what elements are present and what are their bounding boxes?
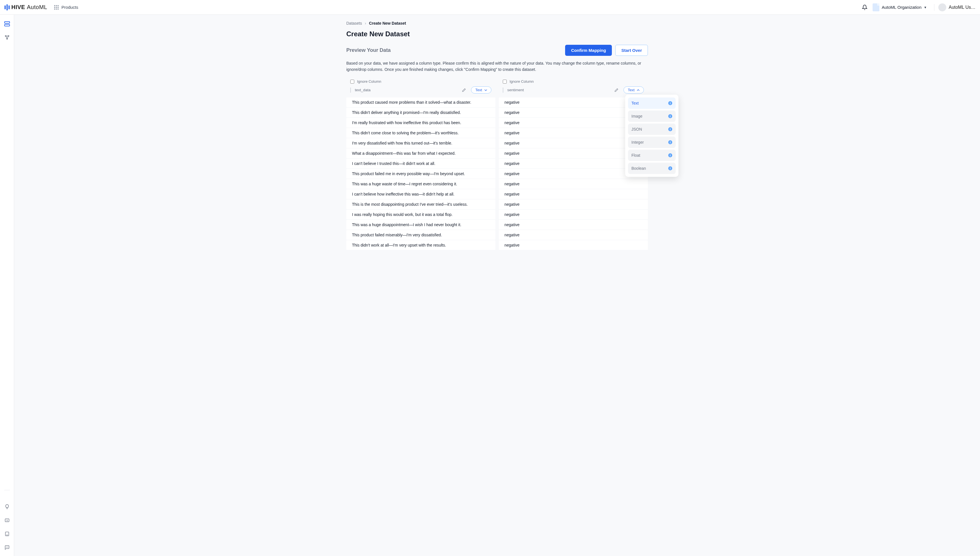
type-option-label: Image: [631, 114, 643, 118]
table-row: This was a huge waste of time—I regret e…: [346, 179, 648, 189]
cell-text-data: This didn't work at all—I'm very upset w…: [346, 240, 496, 250]
svg-point-4: [6, 38, 7, 39]
cell-sentiment: negative: [499, 179, 648, 189]
nav-feedback-icon[interactable]: [4, 545, 10, 550]
ignore-checkbox-input[interactable]: [503, 80, 507, 84]
page-title: Create New Dataset: [346, 30, 648, 38]
table-row: I can't believe I trusted this—it didn't…: [346, 159, 648, 168]
cell-text-data: I'm really frustrated with how ineffecti…: [346, 118, 496, 128]
cell-text-data: I can't believe I trusted this—it didn't…: [346, 159, 496, 168]
bell-icon: [862, 5, 867, 10]
type-option-label: Float: [631, 153, 640, 158]
table-row: This product failed me in every possible…: [346, 169, 648, 179]
column-name: sentiment: [507, 88, 612, 92]
svg-point-11: [8, 547, 8, 547]
table-row: I'm very dissatisfied with how this turn…: [346, 138, 648, 148]
user-menu[interactable]: AutoML Us…: [938, 3, 975, 11]
org-name: AutoML Organization: [882, 5, 921, 10]
info-icon[interactable]: i: [668, 127, 672, 131]
cell-text-data: This didn't deliver anything it promised…: [346, 108, 496, 117]
nav-models-icon[interactable]: [4, 35, 10, 40]
nav-tips-icon[interactable]: [4, 504, 10, 509]
preview-table: Ignore Columntext_dataTextIgnore Columns…: [346, 76, 648, 250]
cell-text-data: This was a huge disappointment—I wish I …: [346, 220, 496, 230]
nav-docs-icon[interactable]: [4, 531, 10, 537]
type-option-json[interactable]: JSONi: [628, 124, 676, 135]
breadcrumb-current: Create New Dataset: [369, 21, 406, 26]
type-option-label: JSON: [631, 127, 642, 131]
table-row: This product failed miserably—I'm very d…: [346, 230, 648, 240]
type-option-text[interactable]: Texti: [628, 97, 676, 109]
breadcrumb: Datasets › Create New Dataset: [346, 21, 648, 26]
section-description: Based on your data, we have assigned a c…: [346, 60, 648, 73]
brand-logo[interactable]: HIVE AutoML: [5, 4, 47, 10]
notifications-button[interactable]: [862, 5, 867, 10]
org-switcher[interactable]: AutoML Organization ▼: [873, 3, 927, 11]
nav-datasets-icon[interactable]: [4, 21, 10, 27]
column-name: text_data: [355, 88, 460, 92]
ignore-column-checkbox[interactable]: Ignore Column: [503, 79, 644, 84]
cell-sentiment: negative: [499, 240, 648, 250]
info-icon[interactable]: i: [668, 101, 672, 105]
start-over-button[interactable]: Start Over: [615, 45, 648, 56]
column-type-dropdown[interactable]: TextiImageiJSONiIntegeriFloatiBooleani: [625, 95, 678, 177]
logo-bars-icon: [5, 4, 10, 10]
table-row: I'm really frustrated with how ineffecti…: [346, 118, 648, 128]
cell-text-data: What a disappointment—this was far from …: [346, 149, 496, 158]
type-option-label: Boolean: [631, 166, 646, 171]
products-menu[interactable]: Products: [54, 5, 78, 10]
type-option-image[interactable]: Imagei: [628, 110, 676, 122]
side-nav: $: [0, 15, 14, 556]
info-icon[interactable]: i: [668, 114, 672, 118]
ignore-label: Ignore Column: [510, 79, 534, 84]
grid-icon: [54, 5, 59, 10]
svg-rect-7: [5, 532, 9, 536]
cell-text-data: This product failed miserably—I'm very d…: [346, 230, 496, 240]
cell-sentiment: negative: [499, 210, 648, 219]
svg-point-3: [8, 36, 9, 36]
cell-text-data: This product failed me in every possible…: [346, 169, 496, 179]
top-bar: HIVE AutoML Products AutoML Organization…: [0, 0, 980, 15]
cell-sentiment: negative: [499, 220, 648, 230]
column-bar: [503, 87, 503, 93]
confirm-mapping-button[interactable]: Confirm Mapping: [565, 45, 612, 56]
chevron-right-icon: ›: [365, 21, 366, 26]
chevron-down-icon: [484, 89, 487, 92]
cell-text-data: I'm very dissatisfied with how this turn…: [346, 138, 496, 148]
column-type-selector[interactable]: Text: [471, 86, 491, 94]
type-option-integer[interactable]: Integeri: [628, 137, 676, 148]
cell-text-data: This product caused more problems than i…: [346, 97, 496, 107]
document-icon: [873, 3, 879, 11]
avatar-icon: [938, 3, 946, 11]
pencil-icon[interactable]: [614, 88, 618, 92]
table-row: What a disappointment—this was far from …: [346, 149, 648, 158]
type-option-boolean[interactable]: Booleani: [628, 163, 676, 174]
column-type-selector[interactable]: Text: [623, 86, 644, 94]
breadcrumb-root[interactable]: Datasets: [346, 21, 362, 26]
cell-text-data: I was really hoping this would work, but…: [346, 210, 496, 219]
info-icon[interactable]: i: [668, 166, 672, 170]
section-title: Preview Your Data: [346, 47, 391, 53]
ignore-label: Ignore Column: [357, 79, 381, 84]
nav-billing-icon[interactable]: $: [4, 517, 10, 523]
svg-text:$: $: [6, 519, 8, 522]
info-icon[interactable]: i: [668, 140, 672, 144]
cell-text-data: I can't believe how ineffective this was…: [346, 189, 496, 199]
table-row: I was really hoping this would work, but…: [346, 210, 648, 219]
pencil-icon[interactable]: [462, 88, 466, 92]
user-name: AutoML Us…: [949, 5, 975, 10]
cell-text-data: This is the most disappointing product I…: [346, 199, 496, 209]
info-icon[interactable]: i: [668, 153, 672, 157]
column-bar: [350, 87, 351, 93]
chevron-down-icon: ▼: [924, 6, 927, 9]
ignore-column-checkbox[interactable]: Ignore Column: [350, 79, 491, 84]
type-option-label: Integer: [631, 140, 644, 144]
ignore-checkbox-input[interactable]: [350, 80, 354, 84]
table-row: This didn't work at all—I'm very upset w…: [346, 240, 648, 250]
column-header: Ignore Columntext_dataText: [346, 76, 496, 95]
type-option-float[interactable]: Floati: [628, 150, 676, 161]
type-option-label: Text: [631, 101, 639, 105]
logo-text: HIVE AutoML: [11, 4, 47, 10]
svg-point-9: [7, 547, 7, 547]
chevron-up-icon: [637, 89, 639, 92]
